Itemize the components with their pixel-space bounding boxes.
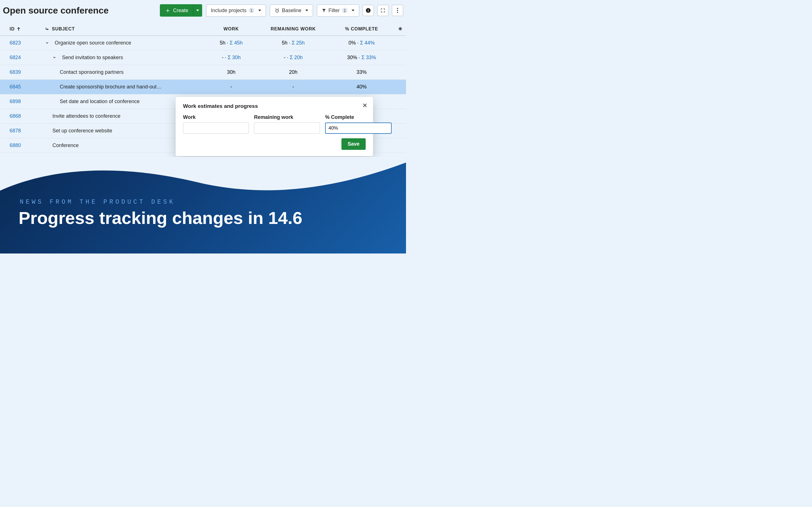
column-header-work[interactable]: WORK	[204, 26, 258, 32]
remaining-work-cell[interactable]: -	[258, 84, 328, 90]
remaining-work-field-label: Remaining work	[254, 114, 320, 120]
chevron-down-icon	[196, 10, 199, 11]
close-popover-button[interactable]: ✕	[362, 102, 367, 109]
filter-count: 1	[342, 8, 348, 13]
work-package-subject: Invite attendees to conference	[52, 113, 120, 119]
baseline-icon	[274, 8, 280, 13]
table-row[interactable]: 6823Organize open source conference5h · …	[0, 36, 406, 50]
info-icon	[365, 8, 371, 13]
include-projects-count: 1	[249, 8, 254, 13]
chevron-down-icon	[305, 10, 308, 11]
work-input[interactable]	[183, 122, 249, 134]
work-cell[interactable]: 30h	[204, 69, 258, 75]
sort-asc-icon	[17, 27, 20, 31]
percent-complete-cell[interactable]: 40%	[328, 84, 395, 90]
column-header-id[interactable]: ID	[0, 26, 45, 32]
work-package-subject: Contact sponsoring partners	[60, 69, 123, 75]
chevron-down-icon	[258, 10, 261, 11]
filter-icon	[322, 8, 326, 13]
hierarchy-icon	[45, 27, 49, 31]
baseline-dropdown[interactable]: Baseline	[270, 4, 313, 17]
marketing-banner: NEWS FROM THE PRODUCT DESK Progress trac…	[0, 158, 406, 253]
percent-complete-field-group: % Complete	[325, 114, 392, 134]
work-package-id-link[interactable]: 6868	[0, 113, 45, 119]
work-field-group: Work	[183, 114, 249, 134]
work-package-subject: Conference	[52, 143, 79, 149]
column-header-remaining[interactable]: REMAINING WORK	[258, 26, 328, 32]
create-dropdown-button[interactable]	[193, 4, 202, 17]
work-package-subject: Set date and location of conference	[60, 99, 140, 105]
work-cell[interactable]: 5h · Σ 45h	[204, 40, 258, 46]
filter-dropdown[interactable]: Filter 1	[317, 4, 359, 17]
work-package-id-link[interactable]: 6845	[0, 84, 45, 90]
remaining-work-cell[interactable]: - · Σ 20h	[258, 55, 328, 61]
work-package-id-link[interactable]: 6898	[0, 99, 45, 105]
work-package-id-link[interactable]: 6839	[0, 69, 45, 75]
work-package-subject: Set up conference website	[52, 128, 112, 134]
work-package-subject: Create sponsorship brochure and hand-out…	[60, 84, 164, 90]
work-package-subject: Send invitation to speakers	[62, 55, 123, 61]
remaining-work-cell[interactable]: 5h · Σ 25h	[258, 40, 328, 46]
expand-toggle-icon[interactable]	[45, 41, 50, 45]
work-package-subject-cell[interactable]: Organize open source conference	[45, 40, 204, 46]
create-button-group: ＋ Create	[160, 4, 202, 17]
create-button-label: Create	[173, 8, 188, 13]
column-header-complete[interactable]: % COMPLETE	[328, 26, 395, 32]
work-package-subject-cell[interactable]: Create sponsorship brochure and hand-out…	[45, 84, 204, 90]
remaining-work-input[interactable]	[254, 122, 320, 134]
table-row[interactable]: 6845Create sponsorship brochure and hand…	[0, 80, 406, 94]
chevron-down-icon	[352, 10, 354, 11]
table-header-row: ID SUBJECT WORK REMAINING WORK % COMPLET…	[0, 22, 406, 36]
work-estimates-popover: Work estimates and progress ✕ Work Remai…	[175, 97, 373, 156]
info-button[interactable]	[363, 5, 374, 16]
table-row[interactable]: 6824Send invitation to speakers- · Σ 30h…	[0, 50, 406, 65]
table-settings-button[interactable]: ✱	[395, 26, 406, 32]
include-projects-label: Include projects	[211, 8, 246, 13]
baseline-label: Baseline	[282, 8, 301, 13]
expand-toggle-icon[interactable]	[52, 55, 57, 60]
work-field-label: Work	[183, 114, 249, 120]
work-package-id-link[interactable]: 6878	[0, 128, 45, 134]
svg-point-6	[397, 12, 398, 13]
table-row[interactable]: 6839Contact sponsoring partners30h20h33%	[0, 65, 406, 80]
popover-title: Work estimates and progress	[183, 103, 366, 109]
svg-rect-3	[368, 9, 368, 10]
remaining-work-cell[interactable]: 20h	[258, 69, 328, 75]
banner-kicker: NEWS FROM THE PRODUCT DESK	[20, 199, 175, 206]
toolbar: Open source conference ＋ Create Include …	[0, 0, 406, 22]
work-package-subject: Organize open source conference	[55, 40, 131, 46]
filter-label: Filter	[328, 8, 340, 13]
column-header-subject[interactable]: SUBJECT	[45, 26, 204, 32]
work-package-id-link[interactable]: 6824	[0, 55, 45, 61]
work-package-subject-cell[interactable]: Send invitation to speakers	[45, 55, 204, 61]
page-title: Open source conference	[3, 5, 109, 16]
plus-icon: ＋	[165, 7, 171, 13]
work-package-id-link[interactable]: 6823	[0, 40, 45, 46]
work-package-subject-cell[interactable]: Contact sponsoring partners	[45, 69, 204, 75]
more-menu-button[interactable]	[392, 5, 403, 16]
percent-complete-cell[interactable]: 33%	[328, 69, 395, 75]
column-header-subject-label: SUBJECT	[52, 26, 75, 32]
close-icon: ✕	[362, 102, 367, 109]
work-package-id-link[interactable]: 6880	[0, 143, 45, 149]
work-cell[interactable]: - · Σ 30h	[204, 55, 258, 61]
remaining-work-field-group: Remaining work	[254, 114, 320, 134]
column-header-id-label: ID	[10, 26, 15, 32]
percent-complete-cell[interactable]: 30% · Σ 33%	[328, 55, 395, 61]
svg-point-5	[397, 10, 398, 11]
expand-icon	[380, 8, 386, 13]
svg-point-4	[397, 8, 398, 9]
percent-complete-field-label: % Complete	[325, 114, 392, 120]
banner-headline: Progress tracking changes in 14.6	[18, 208, 302, 228]
gear-icon: ✱	[398, 26, 402, 31]
work-cell[interactable]: -	[204, 84, 258, 90]
create-button[interactable]: ＋ Create	[160, 4, 193, 17]
fullscreen-button[interactable]	[377, 5, 389, 16]
svg-rect-2	[368, 10, 368, 11]
save-button[interactable]: Save	[342, 138, 366, 150]
include-projects-dropdown[interactable]: Include projects 1	[206, 4, 266, 17]
kebab-icon	[397, 8, 398, 13]
percent-complete-input[interactable]	[325, 122, 392, 134]
percent-complete-cell[interactable]: 0% · Σ 44%	[328, 40, 395, 46]
wave-divider	[0, 157, 406, 196]
